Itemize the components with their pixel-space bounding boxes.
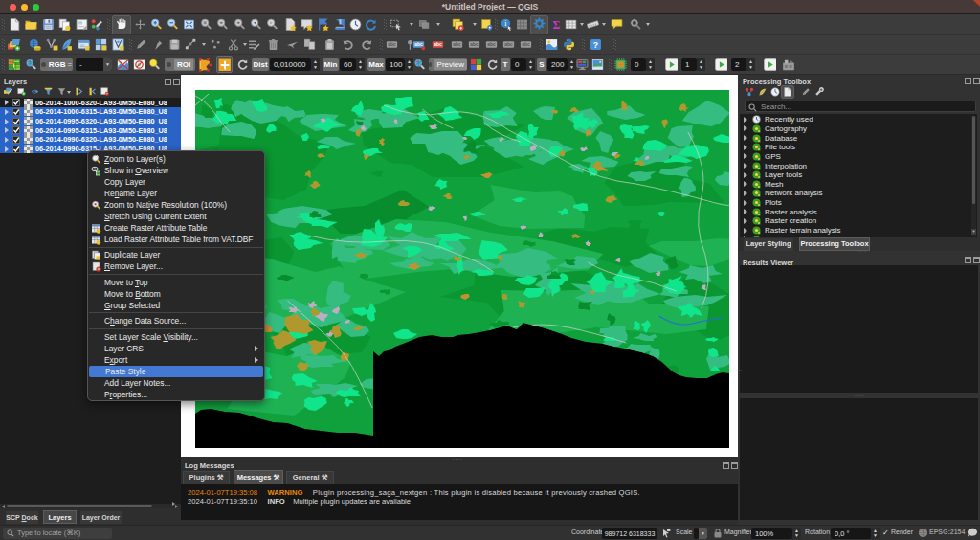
svg-text:abc: abc [453, 42, 461, 47]
svg-text:abc: abc [434, 42, 442, 47]
svg-text:abc: abc [470, 42, 479, 47]
svg-text:abc: abc [388, 42, 396, 47]
svg-text:abc: abc [414, 42, 423, 47]
svg-text:abc: abc [487, 42, 496, 47]
svg-text:?: ? [593, 40, 598, 50]
svg-text:abc: abc [522, 42, 530, 47]
svg-text:Σ: Σ [553, 18, 561, 31]
svg-text:abc: abc [504, 42, 513, 47]
